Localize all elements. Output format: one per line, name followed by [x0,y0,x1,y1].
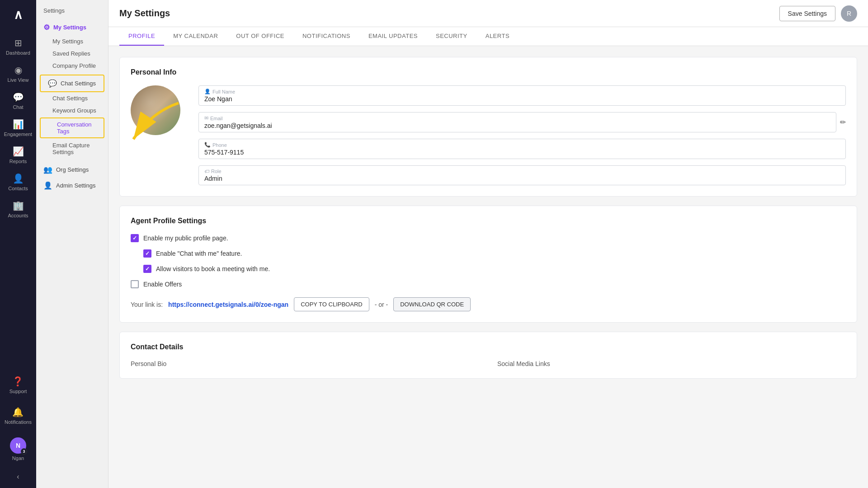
settings-nav-chat-settings[interactable]: 💬 Chat Settings [40,75,104,92]
settings-nav-my-settings[interactable]: ⚙ My Settings [36,19,108,35]
settings-nav-label: Chat Settings [61,80,96,87]
settings-nav-admin-settings[interactable]: 👤 Admin Settings [36,178,108,193]
tab-my-calendar[interactable]: MY CALENDAR [164,27,227,46]
checkbox-label: Enable Offers [143,281,182,288]
agent-profile-title: Agent Profile Settings [131,217,846,225]
page-title: My Settings [119,8,170,19]
copy-clipboard-button[interactable]: COPY TO CLIPBOARD [294,297,369,311]
settings-nav-org-settings[interactable]: 👥 Org Settings [36,162,108,178]
checkbox-public-profile-box[interactable]: ✓ [131,234,139,242]
engagement-icon: 📊 [13,119,24,130]
settings-sub-chat-settings[interactable]: Chat Settings [36,92,108,104]
profile-avatar[interactable] [131,85,180,135]
settings-sub-conversation-tags[interactable]: Conversation Tags [40,117,104,138]
settings-sidebar: Settings ⚙ My Settings My Settings Saved… [36,0,108,488]
tab-bar: PROFILE MY CALENDAR OUT OF OFFICE NOTIFI… [108,27,868,46]
personal-info-title: Personal Info [131,68,846,76]
settings-sub-keyword-groups[interactable]: Keyword Groups [36,104,108,117]
sidebar-item-contacts[interactable]: 👤 Contacts [0,169,36,196]
user-avatar: N 3 [10,437,26,454]
role-field: 🏷 Role Admin [198,165,846,185]
sidebar-item-dashboard[interactable]: ⊞ Dashboard [0,33,36,60]
sidebar-item-label: Ngan [12,455,24,461]
checkbox-chat-with-me-box[interactable]: ✓ [143,249,151,258]
sidebar-item-label: Support [9,389,27,394]
agent-profile-card: Agent Profile Settings ✓ Enable my publi… [119,206,857,323]
sidebar-item-label: Accounts [8,213,28,218]
tab-email-updates[interactable]: EMAIL UPDATES [359,27,427,46]
settings-sub-saved-replies[interactable]: Saved Replies [36,47,108,60]
or-separator: - or - [375,301,388,308]
save-settings-button[interactable]: Save Settings [779,6,835,21]
profile-link-row: Your link is: https://connect.getsignals… [131,297,846,311]
app-logo: ∧ [14,7,23,22]
sidebar-item-accounts[interactable]: 🏢 Accounts [0,196,36,223]
settings-sub-email-capture[interactable]: Email Capture Settings [36,139,108,158]
phone-field: 📞 Phone 575-517-9115 [198,139,846,159]
full-name-field: 👤 Full Name Zoe Ngan [198,85,846,106]
tab-alerts[interactable]: ALERTS [476,27,519,46]
accounts-icon: 🏢 [13,200,24,211]
sidebar-item-notifications[interactable]: 🔔 Notifications [5,402,32,429]
tab-profile[interactable]: PROFILE [119,27,164,46]
chat-icon: 💬 [13,92,24,103]
social-media-title: Social Media Links [497,360,846,367]
my-settings-icon: ⚙ [43,23,50,32]
settings-sub-company-profile[interactable]: Company Profile [36,60,108,72]
sidebar-item-label: Notifications [5,419,32,425]
checkbox-book-meeting-box[interactable]: ✓ [143,265,151,273]
check-icon: ✓ [145,250,150,257]
contacts-icon: 👤 [13,173,24,184]
tab-out-of-office[interactable]: OUT OF OFFICE [227,27,293,46]
settings-nav-label: My Settings [53,24,86,31]
sidebar-item-user[interactable]: N 3 Ngan [5,433,32,465]
settings-nav-label: Admin Settings [56,182,95,189]
header-avatar: R [841,5,857,22]
support-icon: ❓ [12,376,24,387]
main-content: Personal Info 👤 Full Name Zoe Ngan [108,46,868,488]
settings-nav-label: Org Settings [56,166,89,173]
checkbox-book-meeting[interactable]: ✓ Allow visitors to book a meeting with … [143,265,846,273]
org-settings-icon: 👥 [43,165,52,174]
sidebar-item-label: Engagement [4,131,32,137]
email-value: zoe.ngan@getsignals.ai [204,122,830,129]
notifications-icon: 🔔 [12,407,24,418]
sidebar-item-label: Contacts [8,186,28,191]
checkbox-public-profile[interactable]: ✓ Enable my public profile page. [131,234,846,242]
tab-security[interactable]: SECURITY [427,27,476,46]
profile-link[interactable]: https://connect.getsignals.ai/0/zoe-ngan [168,301,288,308]
role-value: Admin [204,175,840,182]
sidebar-item-label: Live View [8,77,29,83]
checkbox-enable-offers-box[interactable] [131,280,139,288]
phone-icon: 📞 [204,142,211,148]
checkbox-chat-with-me[interactable]: ✓ Enable "Chat with me" feature. [143,249,846,258]
phone-value: 575-517-9115 [204,149,840,156]
full-name-label: 👤 Full Name [204,89,840,94]
edit-email-icon[interactable]: ✏ [840,118,846,127]
sidebar-item-label: Reports [9,159,27,164]
collapse-button[interactable]: ‹ [17,473,19,481]
settings-sub-my-settings[interactable]: My Settings [36,35,108,47]
tab-notifications[interactable]: NOTIFICATIONS [293,27,359,46]
download-qr-button[interactable]: DOWNLOAD QR CODE [393,297,471,311]
sidebar-item-reports[interactable]: 📈 Reports [0,141,36,169]
sidebar-item-chat[interactable]: 💬 Chat [0,87,36,114]
reports-icon: 📈 [13,146,24,157]
notification-badge: 3 [21,448,27,455]
sidebar-item-support[interactable]: ❓ Support [5,371,32,399]
checkbox-label: Enable "Chat with me" feature. [156,250,242,257]
contact-details-card: Contact Details Personal Bio Social Medi… [119,332,857,379]
sidebar-item-label: Chat [13,104,23,110]
check-icon: ✓ [132,235,137,241]
personal-bio-title: Personal Bio [131,360,479,367]
sidebar-item-liveview[interactable]: ◉ Live View [0,60,36,87]
email-label: ✉ Email [204,115,830,121]
check-icon: ✓ [145,266,150,272]
settings-nav-title: Settings [36,7,108,19]
page-header: My Settings Save Settings R [108,0,868,27]
sidebar-item-engagement[interactable]: 📊 Engagement [0,114,36,141]
checkbox-enable-offers[interactable]: Enable Offers [131,280,846,288]
checkbox-label: Allow visitors to book a meeting with me… [156,265,270,272]
liveview-icon: ◉ [14,65,22,75]
person-icon: 👤 [204,89,211,94]
